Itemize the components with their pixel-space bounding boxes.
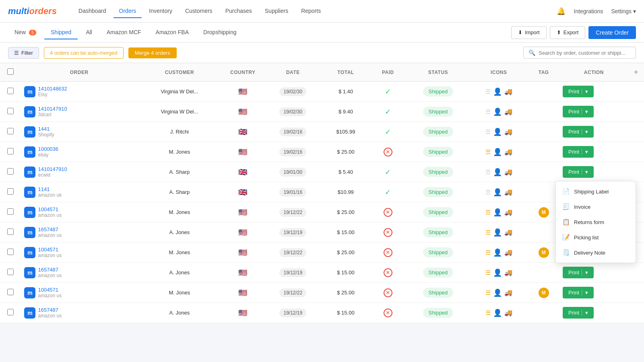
- row-checkbox[interactable]: [7, 208, 14, 215]
- truck-icon[interactable]: 🚚: [504, 249, 512, 256]
- create-order-button[interactable]: Create Order: [588, 26, 636, 39]
- tab-all[interactable]: All: [79, 26, 99, 39]
- order-link[interactable]: 1657487: [38, 307, 62, 313]
- order-link[interactable]: 1004571: [38, 247, 62, 253]
- dropdown-shipping-label[interactable]: 📄 Shipping Label: [556, 184, 636, 199]
- app-logo[interactable]: multiorders: [8, 6, 57, 16]
- dropdown-returns-form[interactable]: 📋 Returns form: [556, 214, 636, 230]
- order-link[interactable]: 1441: [38, 126, 54, 132]
- note-icon[interactable]: ☰: [485, 229, 491, 236]
- search-box[interactable]: 🔍: [523, 47, 636, 59]
- order-link[interactable]: 1004571: [38, 206, 62, 212]
- note-icon[interactable]: ☰: [485, 309, 491, 317]
- order-link[interactable]: 1657487: [38, 226, 62, 232]
- nav-orders[interactable]: Orders: [114, 4, 142, 18]
- truck-icon[interactable]: 🚚: [504, 188, 512, 196]
- print-caret[interactable]: ▾: [582, 290, 588, 296]
- tab-amazon-mcf[interactable]: Amazon MCF: [100, 26, 148, 39]
- order-link[interactable]: 1000036: [38, 146, 58, 152]
- tab-new[interactable]: New 5: [8, 26, 43, 39]
- nav-reports[interactable]: Reports: [295, 4, 326, 18]
- print-caret[interactable]: ▾: [582, 149, 588, 155]
- person-icon[interactable]: 👤: [493, 128, 502, 136]
- person-icon[interactable]: 👤: [493, 248, 502, 257]
- person-icon[interactable]: 👤: [493, 107, 502, 116]
- merge-button[interactable]: Merge 4 orders: [128, 47, 177, 58]
- order-link[interactable]: 1410148632: [38, 86, 67, 92]
- print-caret[interactable]: ▾: [582, 169, 588, 175]
- nav-dashboard[interactable]: Dashboard: [73, 4, 112, 18]
- note-icon[interactable]: ☰: [485, 88, 491, 95]
- person-icon[interactable]: 👤: [493, 168, 502, 177]
- truck-icon[interactable]: 🚚: [504, 309, 512, 317]
- nav-settings[interactable]: Settings ▾: [611, 8, 636, 14]
- order-link[interactable]: 1657487: [38, 267, 62, 273]
- note-icon[interactable]: ☰: [485, 269, 491, 276]
- truck-icon[interactable]: 🚚: [504, 108, 512, 115]
- print-caret[interactable]: ▾: [582, 109, 588, 115]
- print-button[interactable]: Print ▾: [563, 166, 594, 178]
- nav-integrations[interactable]: Integrations: [574, 8, 603, 14]
- person-icon[interactable]: 👤: [493, 87, 502, 96]
- row-checkbox[interactable]: [7, 309, 14, 315]
- order-link[interactable]: 1004571: [38, 287, 62, 293]
- nav-purchases[interactable]: Purchases: [220, 4, 258, 18]
- row-checkbox[interactable]: [7, 128, 14, 134]
- truck-icon[interactable]: 🚚: [504, 228, 512, 236]
- truck-icon[interactable]: 🚚: [504, 289, 512, 296]
- export-button[interactable]: ⬆ Export: [550, 26, 586, 39]
- note-icon[interactable]: ☰: [485, 148, 491, 156]
- truck-icon[interactable]: 🚚: [504, 148, 512, 156]
- person-icon[interactable]: 👤: [493, 148, 502, 156]
- truck-icon[interactable]: 🚚: [504, 269, 512, 276]
- truck-icon[interactable]: 🚚: [504, 88, 512, 95]
- row-checkbox[interactable]: [7, 108, 14, 114]
- tab-dropshipping[interactable]: Dropshipping: [197, 26, 243, 39]
- search-input[interactable]: [539, 50, 631, 56]
- row-checkbox[interactable]: [7, 249, 14, 255]
- tab-shipped[interactable]: Shipped: [44, 26, 78, 39]
- notification-bell[interactable]: 🔔: [557, 7, 566, 16]
- row-checkbox[interactable]: [7, 289, 14, 295]
- note-icon[interactable]: ☰: [485, 169, 491, 176]
- dropdown-delivery-note[interactable]: 🗒️ Delivery Note: [556, 245, 636, 260]
- print-caret[interactable]: ▾: [582, 129, 588, 135]
- person-icon[interactable]: 👤: [493, 208, 502, 217]
- print-button[interactable]: Print ▾: [563, 267, 594, 278]
- nav-suppliers[interactable]: Suppliers: [259, 4, 294, 18]
- select-all-checkbox[interactable]: [7, 68, 14, 75]
- truck-icon[interactable]: 🚚: [504, 208, 512, 216]
- print-button[interactable]: Print ▾: [563, 307, 594, 319]
- row-checkbox[interactable]: [7, 269, 14, 275]
- dropdown-picking-list[interactable]: 📝 Picking list: [556, 230, 636, 245]
- person-icon[interactable]: 👤: [493, 288, 502, 297]
- order-link[interactable]: 1141: [38, 186, 62, 192]
- add-column-button[interactable]: +: [634, 68, 638, 76]
- print-caret[interactable]: ▾: [582, 269, 588, 276]
- print-button[interactable]: Print ▾: [563, 287, 594, 298]
- person-icon[interactable]: 👤: [493, 228, 502, 237]
- nav-customers[interactable]: Customers: [180, 4, 218, 18]
- note-icon[interactable]: ☰: [485, 289, 491, 296]
- row-checkbox[interactable]: [7, 168, 14, 175]
- row-checkbox[interactable]: [7, 228, 14, 235]
- dropdown-invoice[interactable]: 🧾 Invoice: [556, 199, 636, 214]
- print-button[interactable]: Print ▾: [563, 126, 594, 138]
- person-icon[interactable]: 👤: [493, 268, 502, 277]
- row-checkbox[interactable]: [7, 88, 14, 94]
- nav-inventory[interactable]: Inventory: [143, 4, 178, 18]
- note-icon[interactable]: ☰: [485, 249, 491, 256]
- truck-icon[interactable]: 🚚: [504, 168, 512, 176]
- order-link[interactable]: 1410147910: [38, 166, 67, 172]
- row-checkbox[interactable]: [7, 188, 14, 195]
- person-icon[interactable]: 👤: [493, 188, 502, 197]
- print-button[interactable]: Print ▾: [563, 106, 594, 117]
- print-button[interactable]: Print ▾: [563, 146, 594, 158]
- print-caret[interactable]: ▾: [582, 310, 588, 316]
- filter-button[interactable]: ☰ Filter: [8, 47, 39, 59]
- print-caret[interactable]: ▾: [582, 88, 588, 95]
- person-icon[interactable]: 👤: [493, 309, 502, 317]
- note-icon[interactable]: ☰: [485, 189, 491, 196]
- row-checkbox[interactable]: [7, 148, 14, 154]
- note-icon[interactable]: ☰: [485, 209, 491, 216]
